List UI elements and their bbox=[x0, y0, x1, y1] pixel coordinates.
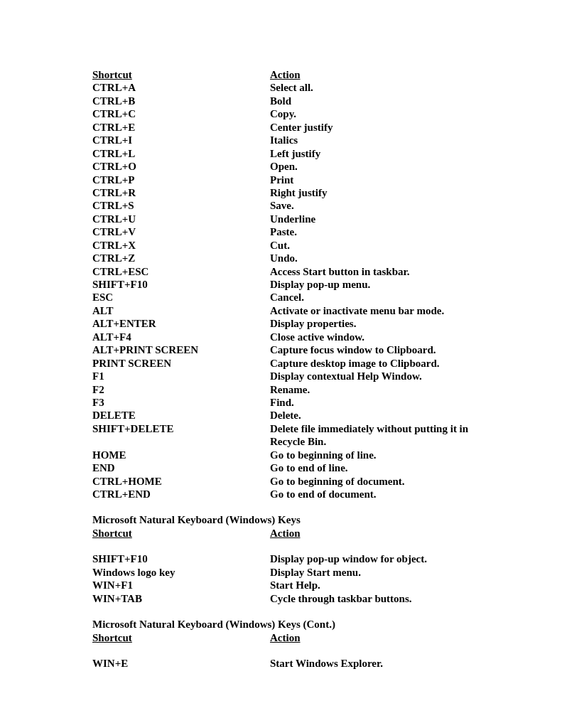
section-spacer bbox=[92, 605, 470, 618]
table-row: CTRL+ESCAccess Start button in taskbar. bbox=[92, 265, 470, 278]
table-row: CTRL+VPaste. bbox=[92, 225, 470, 238]
header-spacer bbox=[92, 644, 470, 657]
table-row: CTRL+ZUndo. bbox=[92, 252, 470, 264]
cell-shortcut: F3 bbox=[92, 396, 270, 409]
table-row: F2Rename. bbox=[92, 383, 470, 396]
cell-shortcut: CTRL+Z bbox=[92, 252, 270, 264]
cell-shortcut: CTRL+A bbox=[92, 81, 270, 94]
cell-action: Capture focus window to Clipboard. bbox=[270, 343, 470, 356]
cell-shortcut: ESC bbox=[92, 291, 270, 304]
table-row: ALT+PRINT SCREENCapture focus window to … bbox=[92, 343, 470, 356]
section-spacer bbox=[92, 500, 470, 513]
table-row: CTRL+RRight justify bbox=[92, 186, 470, 199]
table-row: CTRL+XCut. bbox=[92, 239, 470, 252]
table-row: F3Find. bbox=[92, 396, 470, 409]
cell-shortcut: HOME bbox=[92, 449, 270, 461]
table-row: WIN+F1Start Help. bbox=[92, 579, 470, 592]
table-row: CTRL+ENDGo to end of document. bbox=[92, 488, 470, 500]
cell-action: Rename. bbox=[270, 383, 470, 396]
cell-action: Cycle through taskbar buttons. bbox=[270, 592, 470, 605]
cell-shortcut: CTRL+C bbox=[92, 107, 270, 120]
table-row: WIN+TABCycle through taskbar buttons. bbox=[92, 592, 470, 605]
section-title: Microsoft Natural Keyboard (Windows) Key… bbox=[92, 513, 470, 526]
section-title: Microsoft Natural Keyboard (Windows) Key… bbox=[92, 618, 470, 631]
cell-shortcut: CTRL+END bbox=[92, 488, 270, 500]
table-row: DELETEDelete. bbox=[92, 409, 470, 422]
cell-action: Activate or inactivate menu bar mode. bbox=[270, 304, 470, 317]
cell-action: Cancel. bbox=[270, 291, 470, 304]
cell-action: Close active window. bbox=[270, 331, 470, 343]
table-row: CTRL+LLeft justify bbox=[92, 147, 470, 160]
cell-action: Underline bbox=[270, 213, 470, 225]
table-row: CTRL+PPrint bbox=[92, 173, 470, 186]
table-row: ALT+F4Close active window. bbox=[92, 331, 470, 343]
cell-shortcut: CTRL+E bbox=[92, 121, 270, 134]
table-row: CTRL+OOpen. bbox=[92, 160, 470, 173]
cell-action: Bold bbox=[270, 95, 470, 107]
header-action: Action bbox=[270, 68, 470, 81]
cell-action: Display contextual Help Window. bbox=[270, 370, 470, 382]
cell-shortcut: CTRL+ESC bbox=[92, 265, 270, 278]
cell-action: Start Windows Explorer. bbox=[270, 657, 470, 670]
table-row: SHIFT+F10Display pop-up window for objec… bbox=[92, 552, 470, 565]
cell-action: Display pop-up window for object. bbox=[270, 552, 470, 565]
cell-shortcut: CTRL+U bbox=[92, 213, 270, 225]
cell-action: Copy. bbox=[270, 107, 470, 120]
cell-action: Capture desktop image to Clipboard. bbox=[270, 357, 470, 370]
cell-shortcut: CTRL+V bbox=[92, 225, 270, 238]
table-row: ESCCancel. bbox=[92, 291, 470, 304]
cell-action: Delete file immediately without putting … bbox=[270, 422, 470, 449]
cell-action: Access Start button in taskbar. bbox=[270, 265, 470, 278]
cell-shortcut: CTRL+HOME bbox=[92, 475, 270, 488]
cell-action: Italics bbox=[270, 134, 470, 146]
table-row: ALT+ENTERDisplay properties. bbox=[92, 317, 470, 330]
cell-action: Display pop-up menu. bbox=[270, 278, 470, 291]
cell-action: Center justify bbox=[270, 121, 470, 134]
cell-shortcut: SHIFT+DELETE bbox=[92, 422, 270, 435]
header-shortcut: Shortcut bbox=[92, 527, 270, 540]
cell-shortcut: WIN+F1 bbox=[92, 579, 270, 592]
table-row: CTRL+BBold bbox=[92, 95, 470, 107]
table-row: CTRL+IItalics bbox=[92, 134, 470, 146]
cell-shortcut: CTRL+S bbox=[92, 199, 270, 212]
cell-action: Go to end of line. bbox=[270, 461, 470, 474]
table-row: CTRL+ECenter justify bbox=[92, 121, 470, 134]
cell-shortcut: CTRL+X bbox=[92, 239, 270, 252]
cell-action: Go to beginning of document. bbox=[270, 475, 470, 488]
cell-shortcut: CTRL+B bbox=[92, 95, 270, 107]
cell-action: Display Start menu. bbox=[270, 566, 470, 579]
cell-shortcut: END bbox=[92, 461, 270, 474]
header-action: Action bbox=[270, 631, 470, 644]
cell-action: Print bbox=[270, 173, 470, 186]
table-row: PRINT SCREENCapture desktop image to Cli… bbox=[92, 357, 470, 370]
cell-action: Delete. bbox=[270, 409, 470, 422]
cell-action: Display properties. bbox=[270, 317, 470, 330]
cell-action: Left justify bbox=[270, 147, 470, 160]
header-action: Action bbox=[270, 527, 470, 540]
cell-shortcut: SHIFT+F10 bbox=[92, 278, 270, 291]
cell-shortcut: CTRL+L bbox=[92, 147, 270, 160]
table-header-row: Shortcut Action bbox=[92, 527, 470, 540]
cell-shortcut: CTRL+R bbox=[92, 186, 270, 199]
cell-shortcut: F2 bbox=[92, 383, 270, 396]
header-shortcut: Shortcut bbox=[92, 631, 270, 644]
cell-shortcut: ALT+PRINT SCREEN bbox=[92, 343, 270, 356]
cell-shortcut: SHIFT+F10 bbox=[92, 552, 270, 565]
table-row: F1Display contextual Help Window. bbox=[92, 370, 470, 382]
cell-shortcut: DELETE bbox=[92, 409, 270, 422]
cell-action: Go to end of document. bbox=[270, 488, 470, 500]
cell-action: Cut. bbox=[270, 239, 470, 252]
header-spacer bbox=[92, 540, 470, 552]
table-row: ENDGo to end of line. bbox=[92, 461, 470, 474]
cell-shortcut: WIN+TAB bbox=[92, 592, 270, 605]
table-header-row: Shortcut Action bbox=[92, 631, 470, 644]
cell-shortcut: Windows logo key bbox=[92, 566, 270, 579]
document-page: Shortcut Action CTRL+ASelect all. CTRL+B… bbox=[0, 0, 562, 728]
table-row: CTRL+CCopy. bbox=[92, 107, 470, 120]
cell-shortcut: CTRL+O bbox=[92, 160, 270, 173]
header-shortcut: Shortcut bbox=[92, 68, 270, 81]
cell-shortcut: ALT+ENTER bbox=[92, 317, 270, 330]
cell-action: Go to beginning of line. bbox=[270, 449, 470, 461]
cell-shortcut: PRINT SCREEN bbox=[92, 357, 270, 370]
cell-shortcut: CTRL+P bbox=[92, 173, 270, 186]
